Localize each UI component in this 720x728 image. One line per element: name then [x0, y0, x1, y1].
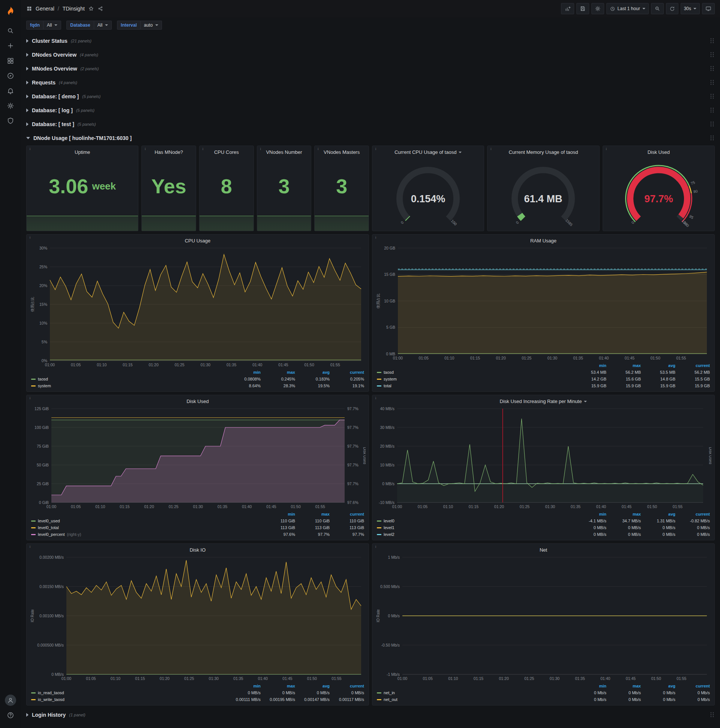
drag-handle[interactable]: [710, 121, 715, 127]
row-requests[interactable]: Requests(4 panels): [26, 76, 715, 89]
disk-rate-chart[interactable]: 40 MB/s30 MB/s20 MB/s10 MB/s0 MB/s-10 MB…: [375, 406, 711, 510]
panel-title[interactable]: Disk IO: [30, 545, 366, 554]
zoom-out-button[interactable]: [651, 3, 664, 14]
row-database-log[interactable]: Database: [ log ](5 panels): [26, 104, 715, 117]
panel-title[interactable]: CPU Usage: [30, 236, 366, 245]
row-database-demo[interactable]: Database: [ demo ](5 panels): [26, 90, 715, 103]
legend-col-max[interactable]: max: [295, 512, 329, 516]
disk-used-gauge[interactable]: 97.7%0100758095100: [606, 156, 711, 228]
dashboard-settings-button[interactable]: [591, 3, 604, 14]
legend-col-current[interactable]: current: [329, 512, 364, 516]
drag-handle[interactable]: [710, 712, 715, 718]
legend-col-avg[interactable]: avg: [295, 684, 329, 688]
legend-series-toggle[interactable]: total: [377, 384, 572, 388]
share-icon[interactable]: [98, 6, 104, 12]
panel-info-icon[interactable]: i: [258, 146, 263, 151]
panel-title[interactable]: Net: [375, 545, 711, 554]
legend-series-toggle[interactable]: level1: [377, 525, 572, 530]
legend-col-max[interactable]: max: [606, 684, 641, 688]
panel-title[interactable]: Disk Used: [606, 147, 711, 156]
panel-info-icon[interactable]: i: [27, 146, 33, 151]
variable-value-dropdown[interactable]: All: [94, 21, 112, 30]
legend-col-max[interactable]: max: [261, 684, 295, 688]
legend-col-avg[interactable]: avg: [641, 512, 675, 516]
panel-title[interactable]: Disk Used Increasing Rate per Minute: [375, 397, 711, 406]
legend-series-toggle[interactable]: level0_total: [31, 525, 261, 530]
legend-col-current[interactable]: current: [329, 684, 364, 688]
legend-col-max[interactable]: max: [606, 363, 641, 368]
disk-used-chart[interactable]: 125 GiB100 GiB75 GiB50 GiB25 GiB0 GiB97.…: [30, 406, 366, 510]
legend-series-toggle[interactable]: level0_used: [31, 518, 261, 523]
drag-handle[interactable]: [710, 80, 715, 86]
net-chart[interactable]: 1 Mb/s0.500 Mb/s0 Mb/s-0.50 Mb/s-1 Mb/s0…: [375, 554, 711, 682]
panel-info-icon[interactable]: i: [373, 544, 378, 549]
drag-handle[interactable]: [710, 93, 715, 99]
search-icon[interactable]: [3, 23, 18, 38]
alerting-bell-icon[interactable]: [3, 83, 18, 98]
legend-col-min[interactable]: min: [572, 363, 606, 368]
panel-info-icon[interactable]: i: [488, 146, 494, 151]
legend-series-toggle[interactable]: taosd: [31, 377, 226, 381]
cycle-view-button[interactable]: [702, 3, 715, 14]
configuration-gear-icon[interactable]: [3, 98, 18, 113]
row-dnodes-overview[interactable]: DNodes Overview(4 panels): [26, 48, 715, 61]
grafana-logo-icon[interactable]: [2, 3, 19, 20]
star-icon[interactable]: [88, 6, 94, 12]
ram-usage-chart[interactable]: 20 GB15 GB10 GB5 GB0 MB01:0001:0501:1001…: [375, 245, 711, 361]
cpu-usage-chart[interactable]: 30%25%20%15%10%5%0%01:0001:0501:1001:150…: [30, 245, 366, 368]
legend-col-min[interactable]: min: [572, 512, 606, 516]
legend-series-toggle[interactable]: system: [31, 384, 226, 388]
panel-title[interactable]: Disk Used: [30, 397, 366, 406]
time-range-picker[interactable]: Last 1 hour: [606, 3, 649, 14]
panel-info-icon[interactable]: i: [142, 146, 148, 151]
legend-col-min[interactable]: min: [226, 684, 261, 688]
panel-title[interactable]: CPU Cores: [203, 147, 250, 156]
legend-series-toggle[interactable]: system: [377, 377, 572, 381]
panel-info-icon[interactable]: i: [200, 146, 206, 151]
panel-info-icon[interactable]: i: [373, 146, 378, 151]
breadcrumb-section[interactable]: General: [36, 6, 54, 12]
legend-col-current[interactable]: current: [675, 363, 710, 368]
row-cluster-status[interactable]: Cluster Status(21 panels): [26, 35, 715, 47]
admin-shield-icon[interactable]: [3, 113, 18, 128]
panel-title[interactable]: Current CPU Usage of taosd: [375, 147, 481, 156]
cpu-usage-gauge[interactable]: 0.154%0100: [375, 156, 481, 228]
legend-series-toggle[interactable]: level2: [377, 532, 572, 537]
panel-title[interactable]: Has MNode?: [145, 147, 193, 156]
legend-col-min[interactable]: min: [226, 370, 261, 375]
legend-col-avg[interactable]: avg: [641, 684, 675, 688]
drag-handle[interactable]: [710, 52, 715, 58]
panel-info-icon[interactable]: i: [315, 146, 320, 151]
drag-handle[interactable]: [710, 66, 715, 72]
drag-handle[interactable]: [710, 38, 715, 44]
explore-compass-icon[interactable]: [3, 68, 18, 83]
disk-io-chart[interactable]: 0.00200 MB/s0.00150 MB/s0.00100 MB/s0.00…: [30, 554, 366, 682]
panel-title[interactable]: VNodes Number: [260, 147, 308, 156]
save-dashboard-button[interactable]: [577, 3, 589, 14]
legend-col-current[interactable]: current: [675, 512, 710, 516]
variable-value-dropdown[interactable]: All: [44, 21, 61, 30]
legend-series-toggle[interactable]: level0_percent(right-y): [31, 532, 261, 537]
legend-series-toggle[interactable]: io_read_taosd: [31, 690, 226, 695]
memory-usage-gauge[interactable]: 61.4 MB01585: [491, 156, 596, 228]
legend-col-avg[interactable]: avg: [641, 363, 675, 368]
legend-col-current[interactable]: current: [329, 370, 364, 375]
panel-info-icon[interactable]: i: [373, 235, 378, 240]
dashboard-title[interactable]: TDinsight: [63, 6, 85, 12]
dashboards-grid-icon[interactable]: [3, 53, 18, 68]
row-database-test[interactable]: Database: [ test ](5 panels): [26, 118, 715, 131]
legend-series-toggle[interactable]: net_out: [377, 697, 572, 702]
legend-series-toggle[interactable]: level0: [377, 518, 572, 523]
panel-info-icon[interactable]: i: [27, 235, 33, 240]
legend-col-min[interactable]: min: [261, 512, 295, 516]
add-panel-button[interactable]: [561, 3, 574, 14]
panel-info-icon[interactable]: i: [27, 544, 33, 549]
legend-series-toggle[interactable]: io_write_taosd: [31, 697, 226, 702]
create-plus-icon[interactable]: [3, 38, 18, 53]
variable-value-dropdown[interactable]: auto: [140, 21, 162, 30]
panel-title[interactable]: Uptime: [30, 147, 135, 156]
legend-col-avg[interactable]: avg: [295, 370, 329, 375]
user-avatar[interactable]: [3, 693, 18, 708]
panel-title[interactable]: VNodes Masters: [317, 147, 366, 156]
panel-info-icon[interactable]: i: [27, 396, 33, 401]
